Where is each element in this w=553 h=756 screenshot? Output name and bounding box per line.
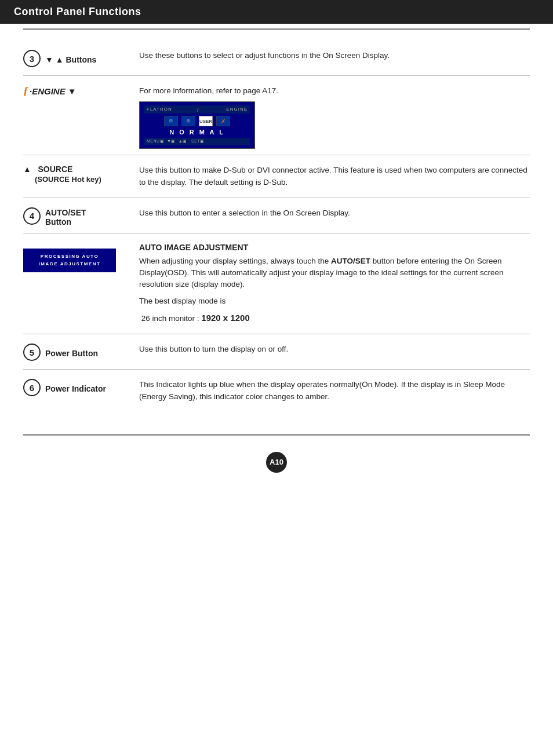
autoset-label-block: AUTO/SET Button <box>45 208 86 227</box>
section-3-buttons: 3 ▼ ▲ Buttons Use these buttons to selec… <box>23 41 530 76</box>
fengine-right: For more information, refer to page A17.… <box>133 85 530 149</box>
section-4-left: 4 AUTO/SET Button <box>23 207 133 227</box>
fengine-section: ƒ·ENGINE ▼ For more information, refer t… <box>23 76 530 155</box>
section-3-icon-label: 3 ▼ ▲ Buttons <box>23 50 96 70</box>
autoset-label-1: AUTO/SET <box>45 208 86 217</box>
power-indicator-label: Power Indicator <box>45 384 106 393</box>
osd-icons-row: ⊟ ⊞ USER ✗ <box>144 116 250 126</box>
section-6-right: This Indicator lights up blue when the d… <box>133 379 530 406</box>
section-3-left: 3 ▼ ▲ Buttons <box>23 50 133 70</box>
section-6-desc: This Indicator lights up blue when the d… <box>139 379 530 403</box>
circle-3: 3 <box>23 50 41 67</box>
auto-image-title: AUTO IMAGE ADJUSTMENT <box>139 243 530 252</box>
source-hotkey-label: (SOURCE Hot key) <box>35 175 101 184</box>
buttons-label: ▼ ▲ Buttons <box>45 55 96 64</box>
section-5-desc: Use this button to turn the display on o… <box>139 344 530 355</box>
section-6-icon-label: 6 Power Indicator <box>23 379 106 399</box>
osd-flatron-label: FLATRON <box>147 107 172 112</box>
source-desc: Use this button to make D-Sub or DVI con… <box>139 165 530 188</box>
fengine-desc: For more information, refer to page A17. <box>139 85 530 97</box>
autoset-label-2: Button <box>45 217 86 227</box>
page-number: A10 <box>270 458 283 466</box>
osd-icon-user: USER <box>199 116 213 126</box>
section-4-icon-label: 4 AUTO/SET Button <box>23 207 86 227</box>
source-icon-label: ▲ SOURCE <box>23 165 72 174</box>
section-5-icon-label: 5 Power Button <box>23 344 98 363</box>
page-header: Control Panel Functions <box>0 0 553 24</box>
best-display-text: The best display mode is <box>139 295 530 307</box>
power-button-label: Power Button <box>45 349 98 358</box>
source-left: ▲ SOURCE (SOURCE Hot key) <box>23 165 133 184</box>
osd-fengine-label: ƒ <box>197 107 200 112</box>
auto-image-section: PROCESSING AUTO IMAGE ADJUSTMENT AUTO IM… <box>23 233 530 335</box>
source-right: Use this button to make D-Sub or DVI con… <box>133 165 530 192</box>
auto-image-desc: When adjusting your display settings, al… <box>139 255 530 291</box>
fengine-left: ƒ·ENGINE ▼ <box>23 85 133 97</box>
source-label: ▲ SOURCE <box>23 165 72 174</box>
processing-box: PROCESSING AUTO IMAGE ADJUSTMENT <box>23 249 116 273</box>
osd-icon-2: ⊞ <box>181 116 195 126</box>
page-footer: A10 <box>0 440 553 479</box>
section-4-desc: Use this button to enter a selection in … <box>139 207 530 219</box>
section-3-text: Use these buttons to select or adjust fu… <box>139 50 530 61</box>
osd-top-bar: FLATRON ƒ·ENGINE <box>144 105 250 114</box>
fengine-icon-label: ƒ·ENGINE ▼ <box>23 85 77 97</box>
resolution-text: 26 inch monitor : 1920 x 1200 <box>139 312 530 325</box>
section-3-desc: Use these buttons to select or adjust fu… <box>133 50 530 65</box>
page-title: Control Panel Functions <box>14 6 141 17</box>
circle-5: 5 <box>23 344 41 361</box>
source-section: ▲ SOURCE (SOURCE Hot key) Use this butto… <box>23 155 530 198</box>
section-5-right: Use this button to turn the display on o… <box>133 344 530 359</box>
resolution-value: 1920 x 1200 <box>201 313 249 323</box>
auto-image-left: PROCESSING AUTO IMAGE ADJUSTMENT <box>23 243 133 273</box>
top-divider <box>23 28 530 30</box>
osd-icon-x: ✗ <box>216 116 230 126</box>
osd-bottom-bar: MENU▣ ▼▣ ▲▣ SET▣ <box>144 138 250 145</box>
bottom-divider <box>23 434 530 436</box>
circle-4: 4 <box>23 207 41 225</box>
main-content: 3 ▼ ▲ Buttons Use these buttons to selec… <box>0 35 553 429</box>
circle-6: 6 <box>23 379 41 396</box>
page-badge: A10 <box>266 452 287 473</box>
processing-line2: IMAGE ADJUSTMENT <box>39 261 101 266</box>
processing-line1: PROCESSING AUTO <box>41 254 99 259</box>
section-6-power-indicator: 6 Power Indicator This Indicator lights … <box>23 370 530 412</box>
section-5-left: 5 Power Button <box>23 344 133 363</box>
section-6-left: 6 Power Indicator <box>23 379 133 399</box>
section-4-autoset: 4 AUTO/SET Button Use this button to ent… <box>23 198 530 233</box>
section-4-right: Use this button to enter a selection in … <box>133 207 530 222</box>
fengine-logo: ƒ·ENGINE ▼ <box>23 85 77 97</box>
osd-icon-1: ⊟ <box>164 116 178 126</box>
osd-image: FLATRON ƒ·ENGINE ⊟ ⊞ USER ✗ N O R M A L … <box>139 101 255 149</box>
osd-normal-text: N O R M A L <box>144 129 250 136</box>
auto-image-right: AUTO IMAGE ADJUSTMENT When adjusting you… <box>133 243 530 328</box>
section-5-power-button: 5 Power Button Use this button to turn t… <box>23 334 530 370</box>
